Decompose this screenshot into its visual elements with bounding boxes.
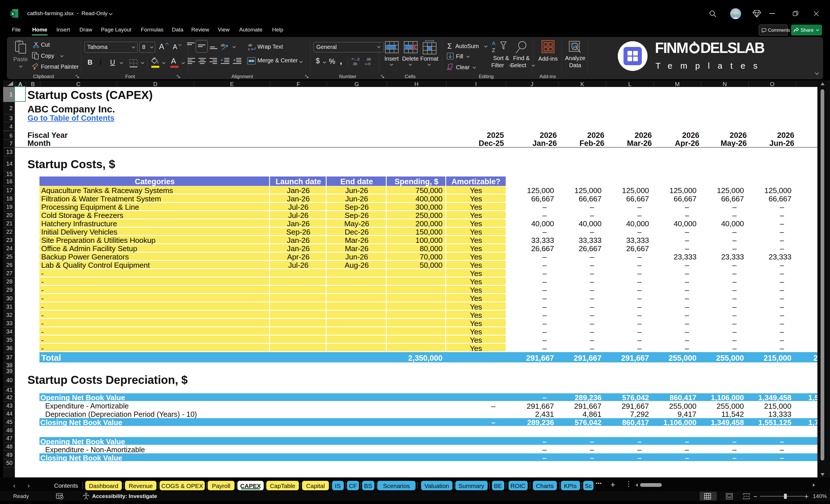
svg-text:ab: ab — [221, 43, 225, 47]
svg-text:.00: .00 — [366, 58, 371, 62]
svg-text:A: A — [492, 41, 496, 46]
svg-text:ab: ab — [248, 43, 252, 47]
svg-text:0: 0 — [369, 62, 371, 66]
svg-text:c: c — [248, 47, 250, 51]
svg-text:x: x — [12, 11, 14, 16]
svg-text:←0: ←0 — [354, 58, 359, 62]
svg-text:.00: .00 — [352, 62, 357, 66]
svg-text:Z: Z — [492, 48, 495, 53]
